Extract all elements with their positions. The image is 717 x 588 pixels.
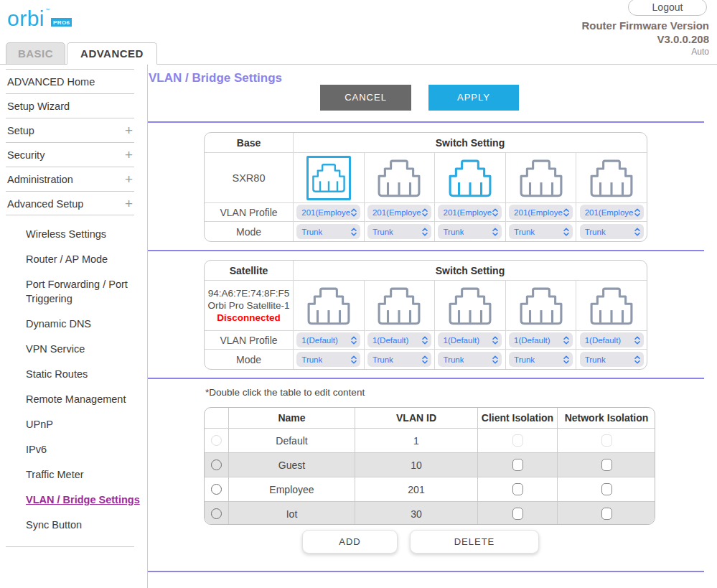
sidebar-item-sync-button[interactable]: Sync Button [26,518,138,532]
name-cell[interactable]: Default [228,428,355,452]
tab-advanced[interactable]: ADVANCED [67,42,157,65]
port-cell[interactable] [576,152,647,202]
trademark-symbol: ™ [45,8,50,12]
mode-select[interactable]: Trunk [438,224,502,239]
sidebar-item-vlan-bridge-settings[interactable]: VLAN / Bridge Settings [26,493,147,507]
port-cell[interactable] [505,152,576,202]
ethernet-port-icon[interactable] [589,156,634,200]
sidebar-item-ipv6[interactable]: IPv6 [26,442,138,457]
name-cell[interactable]: Guest [228,452,355,477]
port-cell[interactable] [364,152,435,202]
switch-setting-header: Switch Setting [293,261,647,280]
network-isolation-checkbox[interactable] [601,434,612,447]
port-cell[interactable] [434,152,505,202]
expand-plus-icon[interactable]: + [125,167,133,192]
add-button[interactable]: ADD [302,530,398,554]
port-cell[interactable] [505,280,576,330]
vlan-profile-select[interactable]: 201(Employee) [509,205,573,220]
vlan-profile-cell: 1(Default) [505,330,576,349]
sidebar-item-advanced-setup[interactable]: Advanced Setup+ [6,191,134,215]
col-header-client-isolation: Client Isolation [477,408,557,428]
sidebar-item-router-ap-mode[interactable]: Router / AP Mode [26,252,138,266]
network-isolation-checkbox[interactable] [601,483,612,495]
ethernet-port-icon[interactable] [589,284,634,328]
ethernet-port-icon[interactable] [377,284,421,328]
mode-select[interactable]: Trunk [367,352,431,367]
vlan-profiles-table: Name VLAN ID Client Isolation Network Is… [204,407,655,525]
sidebar-item-traffic-meter[interactable]: Traffic Meter [26,467,138,482]
network-isolation-cell [557,452,655,477]
mode-select[interactable]: Trunk [296,352,360,367]
network-isolation-cell [557,477,655,501]
vlan-profile-select[interactable]: 1(Default) [296,332,360,347]
port-cell[interactable] [364,280,435,330]
vlan-profile-select[interactable]: 1(Default) [509,332,573,347]
name-cell[interactable]: Iot [228,501,355,525]
sidebar-item-static-routes[interactable]: Static Routes [26,367,138,381]
sidebar-item-setup-wizard[interactable]: Setup Wizard [6,93,134,118]
name-cell[interactable]: Employee [228,477,355,501]
vlan-id-cell[interactable]: 30 [355,501,477,525]
port-cell[interactable] [576,280,647,330]
mode-select[interactable]: Trunk [367,224,431,239]
tab-basic[interactable]: BASIC [6,42,65,65]
cancel-button[interactable]: CANCEL [320,85,411,111]
expand-plus-icon[interactable]: + [125,192,133,216]
sidebar-item-setup[interactable]: Setup+ [6,118,134,142]
ethernet-port-icon[interactable] [519,156,563,200]
mode-select[interactable]: Trunk [580,224,644,239]
ethernet-port-icon[interactable] [519,284,563,328]
client-isolation-checkbox[interactable] [512,434,523,447]
row-radio[interactable] [211,459,222,470]
sidebar-item-remote-management[interactable]: Remote Management [26,392,138,406]
expand-plus-icon[interactable]: + [125,143,133,167]
mode-select[interactable]: Trunk [296,224,360,239]
network-isolation-checkbox[interactable] [601,459,612,471]
vlan-profile-select[interactable]: 201(Employee) [438,205,502,220]
sidebar-item-advanced-home[interactable]: ADVANCED Home [6,69,134,93]
vlan-profile-select[interactable]: 201(Employee) [367,205,431,220]
delete-button[interactable]: DELETE [410,530,539,554]
satellite-switch-table: Satellite Switch Setting 94:A6:7E:74:8F:… [204,260,647,370]
sidebar-item-administration[interactable]: Administration+ [6,167,134,191]
sidebar-item-vpn-service[interactable]: VPN Service [26,342,138,356]
mode-select[interactable]: Trunk [509,224,573,239]
vlan-profile-select[interactable]: 1(Default) [438,332,502,347]
apply-button[interactable]: APPLY [428,85,519,111]
sidebar-item-wireless-settings[interactable]: Wireless Settings [26,227,138,241]
sidebar-item-dynamic-dns[interactable]: Dynamic DNS [26,317,138,331]
vlan-profile-select[interactable]: 201(Employee) [580,205,644,220]
client-isolation-checkbox[interactable] [512,508,523,520]
mode-select[interactable]: Trunk [509,352,573,367]
vlan-id-cell[interactable]: 201 [355,477,477,501]
vlan-profile-select[interactable]: 1(Default) [367,332,431,347]
ethernet-port-icon[interactable] [377,156,421,200]
row-radio[interactable] [211,484,222,495]
expand-plus-icon[interactable]: + [125,118,133,143]
sidebar-divider [6,546,134,547]
vlan-id-cell[interactable]: 10 [355,452,477,477]
vlan-profile-select[interactable]: 201(Employee) [296,205,360,220]
client-isolation-checkbox[interactable] [512,483,523,495]
network-isolation-checkbox[interactable] [601,508,612,520]
sidebar-item-upnp[interactable]: UPnP [26,417,138,431]
ethernet-port-icon[interactable] [448,284,492,328]
row-radio[interactable] [211,435,222,446]
sidebar-item-security[interactable]: Security+ [6,142,134,167]
col-header-network-isolation: Network Isolation [557,408,655,428]
row-radio[interactable] [211,508,222,519]
client-isolation-checkbox[interactable] [512,459,523,471]
mode-select[interactable]: Trunk [580,352,644,367]
ethernet-port-icon[interactable] [306,284,351,328]
sidebar-item-port-forwarding[interactable]: Port Forwarding / Port Triggering [26,277,138,306]
port-cell[interactable] [434,280,505,330]
ethernet-port-icon[interactable] [306,156,351,200]
port-cell[interactable] [293,280,364,330]
satellite-device-info: 94:A6:7E:74:8F:F5 Orbi Pro Satellite-1 D… [205,280,293,330]
ethernet-port-icon[interactable] [448,156,492,200]
port-cell[interactable] [293,152,364,202]
vlan-id-cell[interactable]: 1 [355,428,477,452]
mode-select[interactable]: Trunk [438,352,502,367]
vlan-profile-select[interactable]: 1(Default) [580,332,644,347]
logout-button[interactable]: Logout [628,0,707,16]
